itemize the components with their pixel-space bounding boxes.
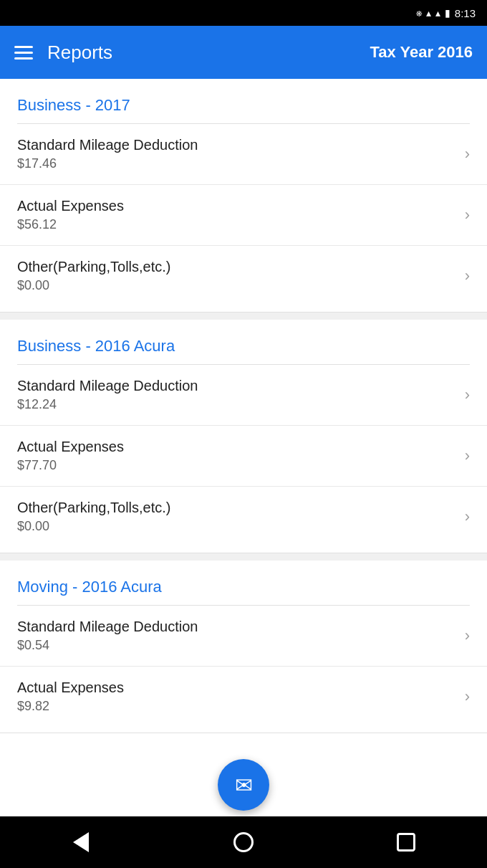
signal-icon: ▴ — [435, 7, 440, 19]
item-title: Standard Mileage Deduction — [17, 137, 198, 153]
item-subtitle: $12.24 — [17, 397, 198, 412]
back-icon — [73, 832, 89, 852]
list-item-b2016a-other[interactable]: Other(Parking,Tolls,etc.) $0.00 › — [0, 487, 487, 547]
list-item-content: Standard Mileage Deduction $12.24 — [17, 378, 198, 412]
list-item-content: Other(Parking,Tolls,etc.) $0.00 — [17, 500, 171, 534]
nav-home-button[interactable] — [229, 828, 258, 857]
item-subtitle: $0.00 — [17, 519, 171, 534]
list-item-m2016a-mileage[interactable]: Standard Mileage Deduction $0.54 › — [0, 606, 487, 667]
recents-icon — [397, 833, 415, 852]
content-area: Business - 2017 Standard Mileage Deducti… — [0, 79, 487, 816]
bottom-navigation — [0, 816, 487, 868]
section-gap-1 — [0, 313, 487, 320]
section-header-business-2017: Business - 2017 — [0, 79, 487, 123]
section-title-business-2017: Business - 2017 — [17, 96, 130, 114]
status-bar: ⎈ ▴ ▴ ▮ 8:13 — [0, 0, 487, 26]
list-item-m2016a-actual[interactable]: Actual Expenses $9.82 › — [0, 667, 487, 727]
chevron-right-icon: › — [465, 448, 470, 464]
list-item-b2017-actual[interactable]: Actual Expenses $56.12 › — [0, 185, 487, 246]
item-title: Actual Expenses — [17, 439, 124, 455]
section-moving-2016-acura: Moving - 2016 Acura Standard Mileage Ded… — [0, 561, 487, 733]
list-item-content: Other(Parking,Tolls,etc.) $0.00 — [17, 259, 171, 293]
wifi-icon: ▴ — [426, 7, 431, 19]
section-title-business-2016-acura: Business - 2016 Acura — [17, 337, 175, 355]
chevron-right-icon: › — [465, 628, 470, 644]
list-item-b2016a-mileage[interactable]: Standard Mileage Deduction $12.24 › — [0, 365, 487, 426]
app-title: Reports — [47, 42, 112, 64]
chevron-right-icon: › — [465, 207, 470, 223]
home-icon — [233, 832, 254, 852]
section-header-business-2016-acura: Business - 2016 Acura — [0, 320, 487, 364]
item-title: Standard Mileage Deduction — [17, 378, 198, 394]
item-title: Standard Mileage Deduction — [17, 619, 198, 635]
app-bar: Reports Tax Year 2016 — [0, 26, 487, 79]
chevron-right-icon: › — [465, 146, 470, 162]
list-item-content: Actual Expenses $9.82 — [17, 679, 124, 714]
list-item-content: Actual Expenses $77.70 — [17, 439, 124, 473]
chevron-right-icon: › — [465, 689, 470, 705]
list-item-b2017-other[interactable]: Other(Parking,Tolls,etc.) $0.00 › — [0, 246, 487, 306]
hamburger-menu-button[interactable] — [14, 46, 33, 59]
item-subtitle: $0.54 — [17, 638, 198, 653]
item-subtitle: $17.46 — [17, 156, 198, 171]
list-item-b2016a-actual[interactable]: Actual Expenses $77.70 › — [0, 426, 487, 487]
item-subtitle: $56.12 — [17, 217, 124, 232]
compose-fab-button[interactable]: ✉ — [218, 759, 269, 811]
chevron-right-icon: › — [465, 387, 470, 403]
nav-recents-button[interactable] — [392, 828, 420, 857]
section-business-2016-acura: Business - 2016 Acura Standard Mileage D… — [0, 320, 487, 553]
status-time: 8:13 — [455, 7, 476, 19]
chevron-right-icon: › — [465, 268, 470, 284]
list-item-content: Standard Mileage Deduction $0.54 — [17, 619, 198, 653]
section-business-2017: Business - 2017 Standard Mileage Deducti… — [0, 79, 487, 313]
list-item-content: Actual Expenses $56.12 — [17, 198, 124, 232]
hamburger-line-1 — [14, 46, 33, 48]
hamburger-line-2 — [14, 52, 33, 54]
item-subtitle: $0.00 — [17, 278, 171, 293]
status-icons: ⎈ ▴ ▴ ▮ 8:13 — [416, 7, 476, 19]
item-title: Actual Expenses — [17, 198, 124, 214]
item-subtitle: $9.82 — [17, 699, 124, 714]
tax-year-label: Tax Year 2016 — [370, 43, 473, 62]
nav-back-button[interactable] — [67, 828, 95, 857]
battery-icon: ▮ — [445, 7, 450, 19]
app-bar-left: Reports — [14, 42, 112, 64]
list-item-b2017-mileage[interactable]: Standard Mileage Deduction $17.46 › — [0, 124, 487, 185]
list-item-content: Standard Mileage Deduction $17.46 — [17, 137, 198, 171]
bluetooth-icon: ⎈ — [416, 7, 422, 19]
section-title-moving-2016-acura: Moving - 2016 Acura — [17, 578, 162, 596]
hamburger-line-3 — [14, 57, 33, 59]
item-title: Other(Parking,Tolls,etc.) — [17, 259, 171, 275]
section-gap-2 — [0, 553, 487, 561]
item-title: Actual Expenses — [17, 679, 124, 696]
email-icon: ✉ — [235, 773, 253, 798]
item-title: Other(Parking,Tolls,etc.) — [17, 500, 171, 516]
section-header-moving-2016-acura: Moving - 2016 Acura — [0, 561, 487, 605]
item-subtitle: $77.70 — [17, 458, 124, 473]
chevron-right-icon: › — [465, 509, 470, 525]
